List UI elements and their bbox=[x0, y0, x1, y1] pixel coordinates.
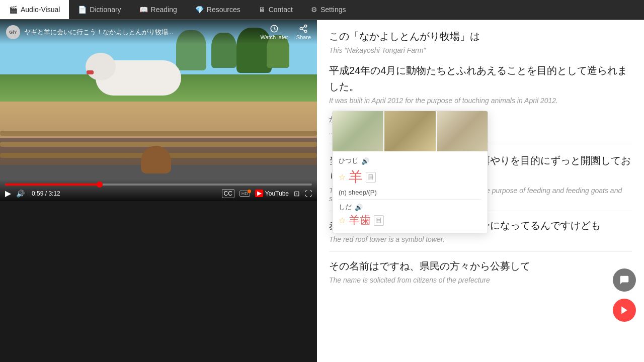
sentence-6-jp: その名前はですね、県民の方々から公募して bbox=[329, 258, 632, 274]
captions-button[interactable]: CC bbox=[222, 189, 234, 198]
controls-right: CC HD ▶ YouTube ⊡ ⛶ bbox=[222, 189, 312, 198]
share-btn[interactable]: Share bbox=[296, 24, 311, 40]
settings-icon: ⚙ bbox=[311, 6, 317, 14]
watch-later-btn[interactable]: Watch later bbox=[260, 24, 288, 40]
popup-reading: ひつじ bbox=[339, 156, 358, 165]
video-title: ヤギと羊に会いに行こう！なかよしとんがり牧場... bbox=[24, 28, 256, 37]
av-icon: 🎬 bbox=[9, 6, 18, 14]
youtube-logo: ▶ YouTube bbox=[255, 190, 289, 197]
sentence-2-jp: 平成24年の4月に動物たちとふれあえることを目的として造られました。 bbox=[329, 62, 632, 95]
fence-top-rail bbox=[0, 131, 317, 136]
miniplayer-button[interactable]: ⊡ bbox=[294, 190, 300, 198]
comment-icon bbox=[619, 275, 630, 286]
nav-settings[interactable]: ⚙ Settings bbox=[302, 0, 355, 19]
main-layout: GiY ヤギと羊に会いに行こう！なかよしとんがり牧場... Watch late… bbox=[0, 20, 644, 362]
comment-fab-button[interactable] bbox=[613, 268, 636, 292]
progress-fill bbox=[5, 184, 100, 186]
svg-line-1 bbox=[302, 29, 305, 31]
popup-word2-reading: しだ bbox=[339, 203, 352, 212]
popup-word2-star[interactable]: ☆ bbox=[339, 216, 346, 225]
popup-word2-kanji: 羊歯 bbox=[349, 213, 371, 228]
popup-kanji-row: ☆ 羊 目 bbox=[339, 167, 481, 187]
content-panel[interactable]: この「なかよしとんがり牧場」は This "Nakayoshi Tongari … bbox=[317, 20, 644, 362]
section-divider-3 bbox=[329, 251, 632, 252]
sheep-main bbox=[80, 50, 191, 101]
dict-icon: 📄 bbox=[78, 6, 87, 14]
video-topbar: GiY ヤギと羊に会いに行こう！なかよしとんがり牧場... Watch late… bbox=[0, 20, 317, 44]
popup-word2-row: しだ 🔊 bbox=[339, 203, 481, 212]
sheep-head bbox=[86, 53, 116, 80]
channel-avatar: GiY bbox=[6, 25, 20, 39]
nav-contact[interactable]: 🖥 Contact bbox=[250, 0, 302, 19]
popup-word2-kanji-row: ☆ 羊歯 目 bbox=[339, 213, 481, 228]
fullscreen-button[interactable]: ⛶ bbox=[305, 190, 312, 198]
sentence-2-en: It was built in April 2012 for the purpo… bbox=[329, 97, 632, 105]
sentence-5-en: The red roof tower is a symbol tower. bbox=[329, 235, 632, 243]
hd-badge-dot bbox=[248, 190, 251, 193]
popup-images bbox=[333, 111, 488, 151]
popup-dict-icon[interactable]: 目 bbox=[366, 172, 376, 183]
video-controls: ▶ 🔊 0:59 / 3:12 CC HD ▶ YouTube bbox=[0, 179, 317, 201]
popup-word2-audio-btn[interactable]: 🔊 bbox=[355, 204, 363, 211]
progress-bar[interactable] bbox=[5, 184, 312, 186]
play-button[interactable]: ▶ bbox=[5, 189, 11, 198]
popup-image-2 bbox=[383, 111, 436, 151]
nav-audio-visual[interactable]: 🎬 Audio-Visual bbox=[0, 0, 69, 19]
popup-body: ひつじ 🔊 ☆ 羊 目 (n) sheep/(P) しだ 🔊 ☆ 羊歯 目 bbox=[333, 151, 488, 233]
sentence-1-jp: この「なかよしとんがり牧場」は bbox=[329, 28, 632, 44]
play-icon bbox=[619, 305, 629, 315]
resources-icon: 💎 bbox=[195, 6, 204, 14]
nav-reading[interactable]: 📖 Reading bbox=[130, 0, 186, 19]
hd-badge: HD bbox=[239, 191, 250, 197]
svg-marker-3 bbox=[621, 307, 627, 314]
popup-meaning: (n) sheep/(P) bbox=[339, 189, 481, 196]
sentence-1-en: This "Nakayoshi Tongari Farm" bbox=[329, 46, 632, 54]
popup-image-3 bbox=[437, 111, 488, 151]
popup-word2-dict-icon[interactable]: 目 bbox=[374, 215, 384, 226]
video-scene bbox=[0, 20, 317, 201]
video-top-actions: Watch later Share bbox=[260, 24, 311, 40]
sheep-collar bbox=[87, 70, 94, 74]
video-below bbox=[0, 201, 317, 362]
nav-dictionary[interactable]: 📄 Dictionary bbox=[69, 0, 130, 19]
navigation: 🎬 Audio-Visual 📄 Dictionary 📖 Reading 💎 … bbox=[0, 0, 644, 20]
volume-button[interactable]: 🔊 bbox=[16, 190, 25, 198]
controls-row: ▶ 🔊 0:59 / 3:12 CC HD ▶ YouTube bbox=[5, 189, 312, 198]
popup-image-1 bbox=[333, 111, 383, 151]
nav-resources[interactable]: 💎 Resources bbox=[186, 0, 250, 19]
small-animal bbox=[141, 146, 171, 173]
popup-word-row: ひつじ 🔊 bbox=[339, 156, 481, 165]
popup-audio-btn[interactable]: 🔊 bbox=[361, 157, 369, 165]
reading-icon: 📖 bbox=[139, 6, 148, 14]
word-popup: ひつじ 🔊 ☆ 羊 目 (n) sheep/(P) しだ 🔊 ☆ 羊歯 目 bbox=[332, 111, 488, 233]
sentence-6-en: The name is solicited from citizens of t… bbox=[329, 276, 632, 284]
popup-kanji: 羊 bbox=[349, 167, 363, 187]
time-display: 0:59 / 3:12 bbox=[32, 190, 60, 197]
popup-divider bbox=[339, 199, 481, 200]
video-panel: GiY ヤギと羊に会いに行こう！なかよしとんがり牧場... Watch late… bbox=[0, 20, 317, 362]
clock-icon bbox=[270, 24, 279, 33]
svg-line-2 bbox=[302, 27, 305, 28]
play-fab-button[interactable] bbox=[613, 299, 636, 322]
video-container[interactable]: GiY ヤギと羊に会いに行こう！なかよしとんがり牧場... Watch late… bbox=[0, 20, 317, 201]
progress-dot bbox=[97, 182, 103, 188]
share-icon bbox=[299, 24, 308, 33]
contact-icon: 🖥 bbox=[259, 6, 266, 14]
popup-star-icon[interactable]: ☆ bbox=[339, 172, 346, 182]
